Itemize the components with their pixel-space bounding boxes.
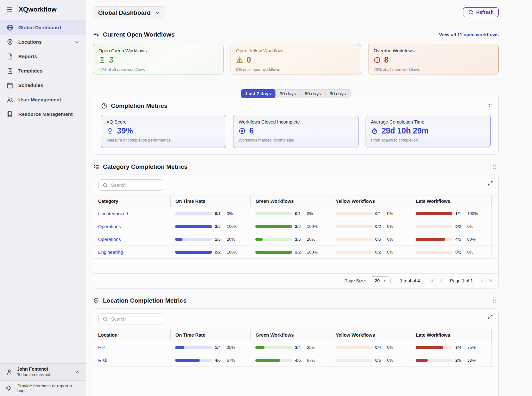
bar-percent: 67% [307, 358, 315, 363]
bar-percent: 100% [467, 211, 478, 216]
sidebar-item-resource-management[interactable]: Resource Management [0, 107, 86, 121]
last-page-icon[interactable] [488, 278, 493, 283]
ontime-progress-bar [175, 225, 212, 228]
category-link[interactable]: Uncategorized [98, 211, 128, 216]
tab-last-7-days[interactable]: Last 7 days [241, 89, 275, 98]
refresh-button[interactable]: Refresh [463, 7, 499, 17]
sidebar-item-reports[interactable]: Reports [0, 49, 86, 64]
stopwatch-icon [371, 127, 378, 134]
bar-percent: 0% [227, 211, 233, 216]
drag-handle-icon[interactable] [487, 102, 493, 108]
pie-chart-icon [101, 103, 107, 109]
menu-icon[interactable] [6, 6, 13, 13]
expand-icon[interactable] [487, 180, 493, 186]
user-info: John Fontenot Terlumina Internal [17, 366, 50, 377]
award-icon [106, 127, 114, 134]
sidebar-item-locations[interactable]: Locations [0, 35, 86, 49]
metric-label: Workflows Closed Incomplete [239, 119, 353, 125]
sidebar-item-label: Templates [18, 68, 43, 74]
search-input[interactable] [111, 183, 159, 188]
table-row: Uncategorized0/10%0/10%0/10%1/1100% [93, 207, 498, 220]
bar-fraction: 2/2 [295, 250, 304, 254]
next-page-icon[interactable] [479, 278, 484, 283]
tab-90-days[interactable]: 90 days [325, 89, 350, 98]
sidebar-item-global-dashboard[interactable]: Global Dashboard [0, 20, 86, 35]
bar-percent: 80% [467, 237, 476, 242]
sidebar-item-label: Schedules [18, 82, 43, 88]
sidebar-item-label: Resource Management [18, 111, 73, 117]
location-link[interactable]: HR [98, 345, 105, 350]
prev-page-icon[interactable] [439, 278, 444, 283]
feedback-link[interactable]: Provide feedback or report a bug [0, 380, 86, 396]
checklist-icon [93, 164, 99, 170]
megaphone-icon [6, 385, 13, 392]
yellow-progress-bar [335, 359, 372, 362]
open-workflows-card-yellow: Open Yellow Workflows00% of all open wor… [231, 44, 361, 74]
green-progress-bar [255, 251, 292, 254]
expand-icon[interactable] [487, 314, 493, 320]
bar-percent: 25% [307, 345, 315, 350]
bar-percent: 0% [467, 250, 473, 254]
caret-down-icon [383, 279, 387, 283]
category-link[interactable]: Operations [98, 224, 121, 229]
dashboard-selector[interactable]: Global Dashboard [93, 6, 165, 19]
column-header-late-workflows[interactable]: Late Workflows [411, 195, 492, 207]
ontime-progress-bar [175, 212, 212, 215]
ontime-progress-bar [175, 238, 212, 241]
tab-30-days[interactable]: 30 days [275, 89, 300, 98]
person-icon [6, 368, 13, 375]
metric-card-workflows-closed-incomplete: Workflows Closed Incomplete6Workflows ma… [233, 115, 358, 148]
category-table-toolbar [93, 175, 498, 195]
metric-label: XQ Score [106, 119, 221, 125]
metric-label: Average Completion Time [371, 119, 485, 125]
bar-fraction: 0/5 [375, 237, 384, 242]
user-menu[interactable]: John Fontenot Terlumina Internal [0, 363, 86, 380]
column-header-green-workflows[interactable]: Green Workflows [250, 195, 331, 207]
tab-60-days[interactable]: 60 days [300, 89, 325, 98]
page-indicator: Page 1 of 1 [450, 278, 473, 283]
bar-fraction: 1/5 [215, 237, 224, 242]
bar-fraction: 2/2 [215, 224, 224, 229]
metric-cards: XQ Score39%Measure of completion perform… [101, 115, 491, 148]
table-empty-space [93, 259, 498, 273]
bar-percent: 0% [387, 250, 393, 254]
column-header-late-workflows[interactable]: Late Workflows [411, 329, 492, 341]
location-link[interactable]: Risk [98, 358, 107, 363]
bar-percent: 0% [387, 224, 393, 229]
metric-value: 29d 10h 29m [382, 126, 429, 135]
column-header-yellow-workflows[interactable]: Yellow Workflows [331, 329, 411, 341]
column-header-on-time-rate[interactable]: On Time Rate [170, 329, 250, 341]
sidebar-item-templates[interactable]: Templates [0, 64, 86, 78]
bar-fraction: 0/2 [375, 224, 384, 229]
user-org: Terlumina Internal [17, 372, 50, 377]
late-progress-bar [416, 225, 452, 228]
green-progress-bar [255, 359, 292, 362]
drag-handle-icon[interactable] [492, 164, 497, 170]
bar-fraction: 0/4 [375, 345, 384, 350]
sidebar-item-label: Global Dashboard [18, 25, 61, 30]
sidebar-item-user-management[interactable]: User Management [0, 92, 86, 107]
first-page-icon[interactable] [430, 278, 435, 283]
table-row: Operations1/520%1/520%0/50%4/580% [93, 233, 498, 246]
page-size-select[interactable]: 20 [371, 276, 391, 285]
column-header-yellow-workflows[interactable]: Yellow Workflows [331, 195, 411, 207]
column-header-category[interactable]: Category [93, 195, 170, 207]
category-link[interactable]: Engineering [98, 250, 123, 255]
view-all-link[interactable]: View all 11 open workflows [439, 32, 499, 37]
category-metrics-title-row: Category Completion Metrics [93, 163, 188, 170]
bar-percent: 100% [227, 224, 237, 229]
bar-fraction: 0/1 [215, 211, 224, 216]
sidebar-item-label: User Management [18, 97, 61, 103]
bar-percent: 0% [387, 237, 393, 242]
category-link[interactable]: Operations [98, 237, 121, 242]
search-input[interactable] [111, 316, 159, 322]
sidebar-item-schedules[interactable]: Schedules [0, 78, 86, 92]
column-header-location[interactable]: Location [93, 329, 170, 341]
card-label: Overdue Workflows [374, 48, 493, 53]
row-range: 1 to 4 of 4 [400, 278, 420, 283]
drag-handle-icon[interactable] [492, 298, 497, 304]
column-header-green-workflows[interactable]: Green Workflows [250, 329, 331, 341]
column-header-on-time-rate[interactable]: On Time Rate [170, 195, 250, 207]
table-row: Risk4/667%4/667%0/60%2/633% [93, 354, 498, 367]
category-table-header: CategoryOn Time RateGreen WorkflowsYello… [93, 195, 498, 207]
